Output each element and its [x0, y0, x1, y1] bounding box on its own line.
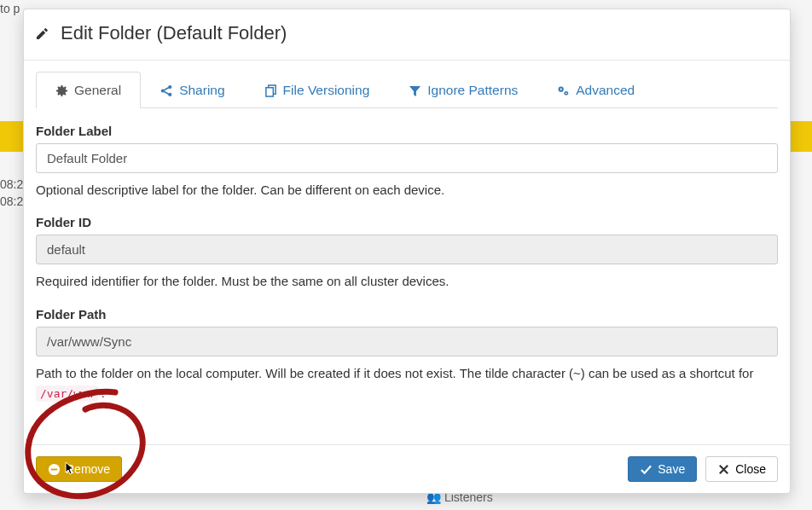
tab-label: Advanced — [576, 83, 635, 98]
gears-icon — [557, 84, 570, 97]
svg-point-7 — [566, 92, 567, 94]
folder-label-group: Folder Label Optional descriptive label … — [36, 124, 778, 200]
save-label: Save — [658, 462, 685, 476]
folder-path-help-suffix: . — [102, 385, 105, 400]
pencil-icon — [36, 27, 49, 40]
minus-circle-icon — [48, 463, 61, 476]
edit-folder-modal: Edit Folder (Default Folder) General Sha… — [23, 9, 791, 494]
folder-path-input — [36, 327, 778, 356]
folder-path-group: Folder Path Path to the folder on the lo… — [36, 307, 778, 403]
svg-rect-3 — [265, 87, 272, 96]
filter-icon — [409, 84, 421, 97]
tab-label: Sharing — [179, 83, 224, 98]
gear-icon — [55, 84, 68, 97]
tab-ignore[interactable]: Ignore Patterns — [389, 72, 537, 108]
tab-advanced[interactable]: Advanced — [537, 72, 654, 108]
svg-rect-9 — [51, 468, 58, 470]
remove-label: Remove — [66, 462, 110, 476]
close-button[interactable]: Close — [705, 456, 778, 482]
modal-footer: Remove Save Close — [24, 444, 790, 493]
modal-title: Edit Folder (Default Folder) — [61, 22, 287, 44]
tab-bar: General Sharing File Versioning Ignore P… — [36, 71, 778, 108]
tab-sharing[interactable]: Sharing — [141, 72, 244, 108]
tab-versioning[interactable]: File Versioning — [245, 72, 390, 108]
folder-id-group: Folder ID Required identifier for the fo… — [36, 215, 778, 291]
folder-label-input[interactable] — [36, 143, 778, 173]
copy-icon — [264, 84, 277, 97]
folder-path-help: Path to the folder on the local computer… — [36, 363, 778, 403]
tab-general[interactable]: General — [36, 72, 141, 108]
folder-path-label: Folder Path — [36, 307, 778, 322]
close-label: Close — [735, 462, 766, 476]
check-icon — [640, 463, 652, 476]
folder-label-label: Folder Label — [36, 124, 778, 138]
remove-button[interactable]: Remove — [36, 456, 122, 482]
folder-path-help-prefix: Path to the folder on the local computer… — [36, 366, 753, 380]
close-icon — [717, 463, 730, 476]
folder-id-label: Folder ID — [36, 215, 778, 229]
folder-label-help: Optional descriptive label for the folde… — [36, 180, 778, 200]
modal-body: General Sharing File Versioning Ignore P… — [24, 61, 790, 444]
share-icon — [160, 84, 173, 97]
tab-label: File Versioning — [283, 83, 370, 98]
tab-label: General — [74, 83, 121, 98]
folder-id-input — [36, 235, 778, 264]
save-button[interactable]: Save — [628, 456, 697, 482]
tab-label: Ignore Patterns — [427, 83, 518, 98]
modal-header: Edit Folder (Default Folder) — [24, 9, 790, 61]
folder-path-help-code: /var/www — [36, 385, 98, 402]
folder-id-help: Required identifier for the folder. Must… — [36, 271, 778, 291]
svg-point-6 — [560, 88, 562, 90]
